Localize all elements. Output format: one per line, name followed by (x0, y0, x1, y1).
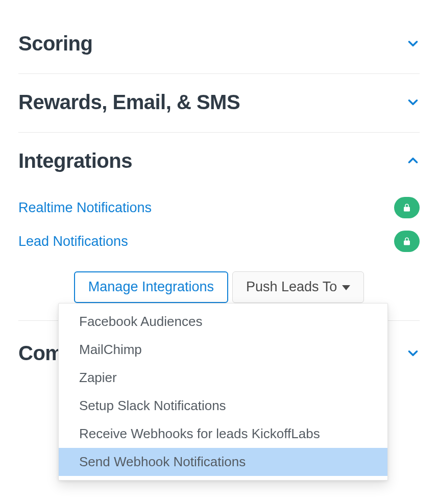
lock-icon (394, 197, 420, 218)
dropdown-item[interactable]: Zapier (59, 364, 387, 392)
section-header-scoring[interactable]: Scoring (18, 15, 420, 73)
dropdown-item[interactable]: Receive Webhooks for leads KickoffLabs (59, 420, 387, 448)
dropdown-item[interactable]: Setup Slack Notifications (59, 392, 387, 420)
caret-down-icon (342, 285, 350, 290)
chevron-down-icon (406, 37, 420, 50)
section-title-rewards: Rewards, Email, & SMS (18, 90, 240, 114)
dropdown-item[interactable]: MailChimp (59, 336, 387, 364)
push-leads-to-button[interactable]: Push Leads To (232, 271, 364, 303)
chevron-down-icon (406, 95, 420, 109)
section-title-scoring: Scoring (18, 32, 92, 55)
link-row-realtime: Realtime Notifications (18, 191, 420, 224)
dropdown-item[interactable]: Facebook Audiences (59, 308, 387, 336)
integrations-body: Realtime Notifications Lead Notification… (18, 191, 420, 320)
push-leads-dropdown: Facebook AudiencesMailChimpZapierSetup S… (58, 303, 388, 481)
manage-integrations-button[interactable]: Manage Integrations (74, 271, 228, 303)
section-header-rewards[interactable]: Rewards, Email, & SMS (18, 74, 420, 132)
section-title-partial: Com (18, 341, 63, 365)
link-row-lead: Lead Notifications (18, 224, 420, 258)
section-integrations: Integrations Realtime Notifications Lead… (18, 133, 420, 321)
chevron-down-icon (406, 346, 420, 360)
push-leads-to-label: Push Leads To (246, 279, 337, 295)
lock-icon (394, 231, 420, 252)
section-header-integrations[interactable]: Integrations (18, 133, 420, 191)
integrations-button-row: Manage Integrations Push Leads To Facebo… (18, 258, 420, 303)
section-scoring: Scoring (18, 15, 420, 74)
section-title-integrations: Integrations (18, 149, 132, 172)
section-rewards: Rewards, Email, & SMS (18, 74, 420, 133)
dropdown-item[interactable]: Send Webhook Notifications (59, 448, 387, 476)
chevron-up-icon (406, 154, 420, 167)
link-realtime-notifications[interactable]: Realtime Notifications (18, 200, 152, 216)
link-lead-notifications[interactable]: Lead Notifications (18, 234, 128, 249)
